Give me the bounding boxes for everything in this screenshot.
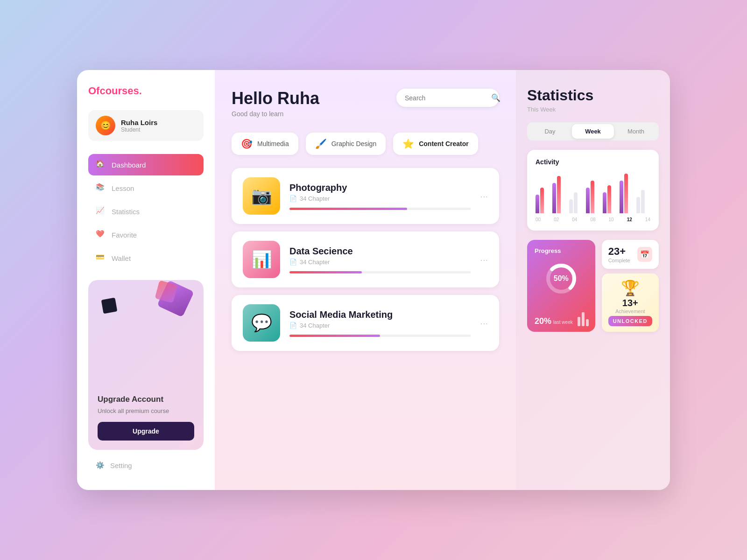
content-creator-icon: ⭐ [402,138,414,149]
donut-container: 50% [543,260,580,297]
setting-icon: ⚙️ [96,461,105,469]
course-thumb-social-media: 💬 [243,304,280,342]
greeting-hello: Hello Ruha [232,89,319,108]
bar-pink [607,185,611,213]
bar-light [636,197,640,213]
bar-pink [557,176,561,213]
right-cards: 23+ Complete 📅 🏆 13+ Achievement UNLOCKE… [602,240,659,332]
dashboard-icon: 🏠 [96,160,106,170]
sidebar-item-lesson[interactable]: 📚 Lesson [88,177,204,199]
sidebar-item-statistics[interactable]: 📈 Statistics [88,201,204,222]
mini-bar [586,319,589,326]
statistics-icon: 📈 [96,206,106,217]
chart-label: 14 [645,217,650,222]
chart-group-0 [536,188,550,213]
course-card-social-media[interactable]: 💬 Social Media Marketing 📄 34 Chapter ··… [232,295,499,351]
favorite-icon: ❤️ [96,230,106,240]
stats-panel: Statistics This Week Day Week Month Acti… [516,70,670,490]
chart-group-3 [586,181,600,213]
user-card[interactable]: 😊 Ruha Loirs Student [88,110,204,141]
unlocked-badge: UNLOCKED [608,316,652,326]
course-card-photography[interactable]: 📷 Photography 📄 34 Chapter ··· [232,168,499,224]
chart-label: 10 [609,217,614,222]
user-info: Ruha Loirs Student [121,119,157,133]
bar-light [569,199,573,213]
time-tabs: Day Week Month [527,122,659,140]
course-menu-data-science[interactable]: ··· [480,254,488,265]
chapter-icon: 📄 [289,259,297,266]
chart-label-active: 12 [627,217,632,222]
course-title-photography: Photography [289,182,471,193]
stats-subtitle: This Week [527,106,659,113]
chart-group-1 [552,176,566,213]
chart-group-4 [603,185,617,213]
course-info-data-science: Data Secience 📄 34 Chapter [289,246,471,273]
greeting-sub: Good day to learn [232,110,319,118]
search-input[interactable] [405,94,486,102]
activity-card: Activity [527,150,659,231]
upgrade-button[interactable]: Upgrade [98,422,194,441]
multimedia-icon: 🎯 [241,138,253,149]
chart-group-2 [569,192,583,213]
achievement-card: 🏆 13+ Achievement UNLOCKED [602,273,659,332]
category-tabs: 🎯 Multimedia 🖌️ Graphic Design ⭐ Content… [232,133,499,155]
progress-bar-data-science [289,271,471,273]
graphic-design-icon: 🖌️ [315,138,327,149]
sidebar-item-favorite[interactable]: ❤️ Favorite [88,224,204,245]
achievement-icon: 🏆 [608,279,652,297]
last-week-label: last week [553,320,573,325]
sidebar-item-label: Favorite [112,231,137,239]
complete-count: 23+ [608,245,630,258]
mini-bar [578,317,580,326]
chapter-icon: 📄 [289,195,297,202]
tab-graphic-design-label: Graphic Design [331,140,377,147]
tab-multimedia[interactable]: 🎯 Multimedia [232,133,298,155]
progress-bar-social-media [289,335,471,337]
user-role: Student [121,126,157,133]
logo: Ofcourses. [88,85,204,97]
avatar: 😊 [96,116,115,135]
chart-group-5 [620,174,634,213]
course-card-data-science[interactable]: 📊 Data Secience 📄 34 Chapter ··· [232,231,499,287]
time-tab-week[interactable]: Week [572,124,614,139]
upgrade-shapes [88,280,204,336]
course-menu-social-media[interactable]: ··· [480,318,488,329]
greeting: Hello Ruha Good day to learn [232,89,319,118]
course-chapter-social-media: 📄 34 Chapter [289,322,471,329]
main-content: Hello Ruha Good day to learn 🔍 🎯 Multime… [215,70,516,490]
chart-label: 02 [554,217,559,222]
last-week-percent: 20% [535,316,551,326]
donut-text: 50% [554,274,569,283]
setting-label: Setting [110,462,132,469]
upgrade-desc: Unlock all premium course [98,407,194,415]
bar-pink [624,174,628,213]
bar-purple [586,188,590,213]
progress-fill-photography [289,208,407,210]
sidebar-item-dashboard[interactable]: 🏠 Dashboard [88,154,204,175]
sidebar-item-setting[interactable]: ⚙️ Setting [88,455,204,475]
sidebar-item-wallet[interactable]: 💳 Wallet [88,247,204,269]
course-thumb-photography: 📷 [243,177,280,215]
course-title-data-science: Data Secience [289,246,471,257]
bar-purple [536,195,539,213]
course-menu-photography[interactable]: ··· [480,191,488,202]
sidebar: Ofcourses. 😊 Ruha Loirs Student 🏠 Dashbo… [77,70,215,490]
bar-purple [552,183,556,213]
sidebar-item-label: Wallet [112,254,131,262]
tab-content-creator[interactable]: ⭐ Content Creator [393,133,478,155]
progress-fill-social-media [289,335,380,337]
app-container: Ofcourses. 😊 Ruha Loirs Student 🏠 Dashbo… [77,70,670,490]
chart-label: 00 [536,217,541,222]
chapter-icon: 📄 [289,322,297,329]
bar-light [574,192,578,213]
time-tab-month[interactable]: Month [615,124,657,139]
chart-label: 08 [590,217,595,222]
upgrade-card: Upgrade Account Unlock all premium cours… [88,280,204,450]
time-tab-day[interactable]: Day [529,124,571,139]
search-bar[interactable]: 🔍 [396,89,499,107]
tab-content-creator-label: Content Creator [419,140,469,147]
tab-graphic-design[interactable]: 🖌️ Graphic Design [306,133,386,155]
bar-purple [603,192,606,213]
achievement-label: Achievement [608,308,652,314]
bar-light [641,190,645,213]
